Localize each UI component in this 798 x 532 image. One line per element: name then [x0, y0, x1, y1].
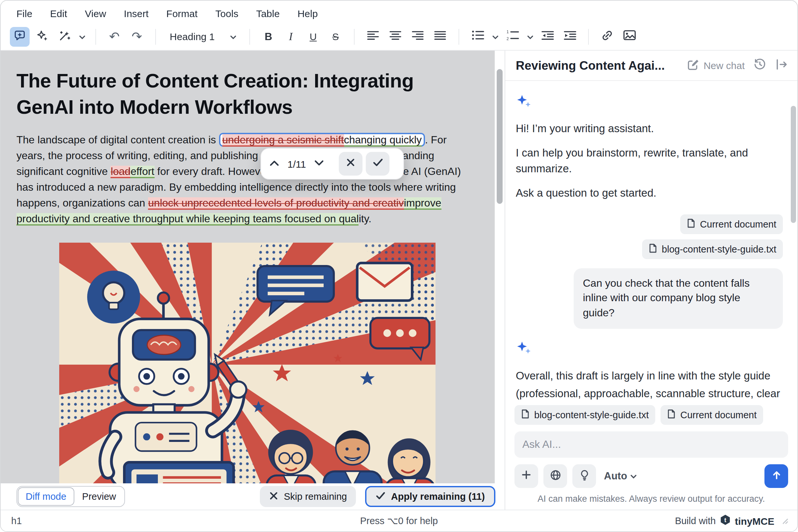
diff-actions-bar: Diff mode Preview Skip remaining Apply r… — [1, 483, 505, 510]
document-paragraph[interactable]: The landscape of digital content creatio… — [16, 132, 478, 227]
collapse-sidebar-button[interactable] — [775, 58, 788, 72]
ai-sparkle-icon — [36, 28, 49, 44]
underline-button[interactable]: U — [303, 26, 323, 46]
menu-table[interactable]: Table — [256, 7, 280, 19]
bullet-list-icon — [471, 30, 484, 43]
chat-composer: blog-content-style-guide.txt Current doc… — [505, 400, 797, 510]
italic-button[interactable]: I — [281, 26, 301, 46]
document-icon — [667, 409, 676, 421]
skip-remaining-button[interactable]: Skip remaining — [260, 486, 356, 507]
editor-scrollbar-thumb[interactable] — [497, 69, 503, 204]
ai-shortcuts-button[interactable] — [32, 26, 52, 46]
chevron-down-icon — [314, 158, 324, 170]
link-button[interactable] — [597, 26, 617, 46]
image-icon — [623, 30, 636, 43]
assistant-prompt-hint: Ask a question to get started. — [516, 186, 783, 201]
undo-button[interactable]: ↶ — [105, 26, 124, 46]
outdent-button[interactable] — [537, 26, 557, 46]
composer-chip-style-guide[interactable]: blog-content-style-guide.txt — [515, 405, 655, 425]
reject-change-button[interactable] — [339, 152, 363, 175]
suggestions-button[interactable] — [572, 464, 596, 488]
chat-conversation-title: Reviewing Content Agai... — [516, 58, 679, 73]
element-path[interactable]: h1 — [11, 516, 22, 526]
align-right-button[interactable] — [408, 26, 428, 46]
menu-insert[interactable]: Insert — [124, 7, 149, 19]
preview-toggle[interactable]: Preview — [74, 487, 124, 506]
toolbar-separator — [588, 28, 589, 44]
menu-file[interactable]: File — [16, 7, 32, 19]
ai-tools-dropdown[interactable] — [77, 26, 87, 46]
menu-help[interactable]: Help — [297, 7, 318, 19]
bold-icon: B — [264, 31, 272, 42]
next-change-button[interactable] — [311, 155, 328, 172]
menu-edit[interactable]: Edit — [50, 7, 67, 19]
statusbar: h1 Press ⌥0 for help Build with t tinyMC… — [1, 510, 797, 531]
numbered-list-dropdown[interactable] — [525, 26, 535, 46]
ask-ai-input[interactable] — [515, 431, 788, 458]
menu-format[interactable]: Format — [166, 7, 198, 19]
document-canvas[interactable]: The Future of Content Creation: Integrat… — [1, 51, 495, 483]
magic-wand-icon — [58, 28, 71, 44]
strikethrough-icon: S — [332, 32, 339, 41]
plus-icon — [520, 469, 532, 483]
menu-view[interactable]: View — [85, 7, 106, 19]
diff-deletion[interactable]: unlock unprecedented levels of productiv… — [148, 197, 404, 210]
indent-icon — [563, 31, 576, 42]
numbered-list-icon: 12 — [506, 30, 519, 43]
chat-header: Reviewing Content Agai... New chat — [505, 51, 797, 81]
check-icon — [376, 491, 386, 502]
accept-change-button[interactable] — [366, 152, 389, 175]
ai-sparkle-icon — [516, 94, 783, 112]
block-format-select[interactable]: Heading 1 — [163, 26, 242, 46]
context-chip-current-document[interactable]: Current document — [680, 214, 783, 234]
italic-icon: I — [289, 31, 293, 42]
brand-name: tinyMCE — [735, 515, 774, 527]
web-search-button[interactable] — [543, 464, 567, 488]
strikethrough-button[interactable]: S — [326, 26, 346, 46]
link-icon — [601, 28, 614, 44]
assistant-capabilities: I can help you brainstorm, rewrite, tran… — [516, 145, 783, 177]
chevron-down-icon — [631, 470, 637, 482]
align-center-button[interactable] — [386, 26, 405, 46]
bullet-list-button[interactable] — [468, 26, 487, 46]
align-left-button[interactable] — [363, 26, 383, 46]
diff-insertion[interactable]: effort — [131, 166, 154, 178]
check-icon — [372, 158, 383, 170]
previous-change-button[interactable] — [266, 155, 283, 172]
chevron-down-icon — [79, 31, 85, 42]
insert-image-button[interactable] — [620, 26, 639, 46]
diff-deletion[interactable]: undergoing a seismic shift — [222, 134, 344, 147]
genai-collaboration-illustration[interactable] — [59, 243, 435, 483]
redo-button[interactable]: ↷ — [127, 26, 147, 46]
context-chip-style-guide[interactable]: blog-content-style-guide.txt — [642, 239, 783, 259]
diff-mode-toggle[interactable]: Diff mode — [18, 487, 74, 506]
composer-chip-current-document[interactable]: Current document — [661, 405, 763, 425]
ai-tools-button[interactable] — [55, 26, 74, 46]
add-attachment-button[interactable] — [515, 464, 538, 488]
diff-insertion[interactable]: changing quickly — [344, 134, 422, 147]
paragraph-text: The landscape of digital content creatio… — [16, 134, 219, 145]
chat-messages[interactable]: Hi! I’m your writing assistant. I can he… — [505, 81, 797, 400]
ai-assistant-button[interactable] — [10, 26, 30, 46]
model-mode-select[interactable]: Auto — [604, 470, 637, 482]
current-change-highlight[interactable]: undergoing a seismic shiftchanging quick… — [219, 133, 425, 147]
diff-navigator-dialog: 1/11 — [261, 148, 404, 179]
tinymce-editor-window: File Edit View Insert Format Tools Table… — [0, 0, 798, 532]
indent-button[interactable] — [560, 26, 580, 46]
numbered-list-button[interactable]: 12 — [503, 26, 522, 46]
globe-icon — [549, 469, 561, 484]
send-button[interactable] — [764, 464, 788, 488]
resize-grip-icon[interactable] — [781, 516, 788, 526]
align-justify-button[interactable] — [430, 26, 450, 46]
chat-scrollbar-thumb[interactable] — [791, 106, 796, 223]
bold-button[interactable]: B — [259, 26, 278, 46]
menu-tools[interactable]: Tools — [216, 7, 239, 19]
branding[interactable]: Build with t tinyMCE — [675, 514, 788, 527]
chat-history-button[interactable] — [753, 58, 766, 73]
new-chat-button[interactable]: New chat — [687, 58, 745, 73]
apply-remaining-button[interactable]: Apply remaining (11) — [366, 486, 495, 507]
editor-pane: The Future of Content Creation: Integrat… — [1, 51, 505, 510]
history-icon — [753, 58, 766, 73]
bullet-list-dropdown[interactable] — [490, 26, 500, 46]
diff-deletion[interactable]: load — [111, 166, 131, 178]
